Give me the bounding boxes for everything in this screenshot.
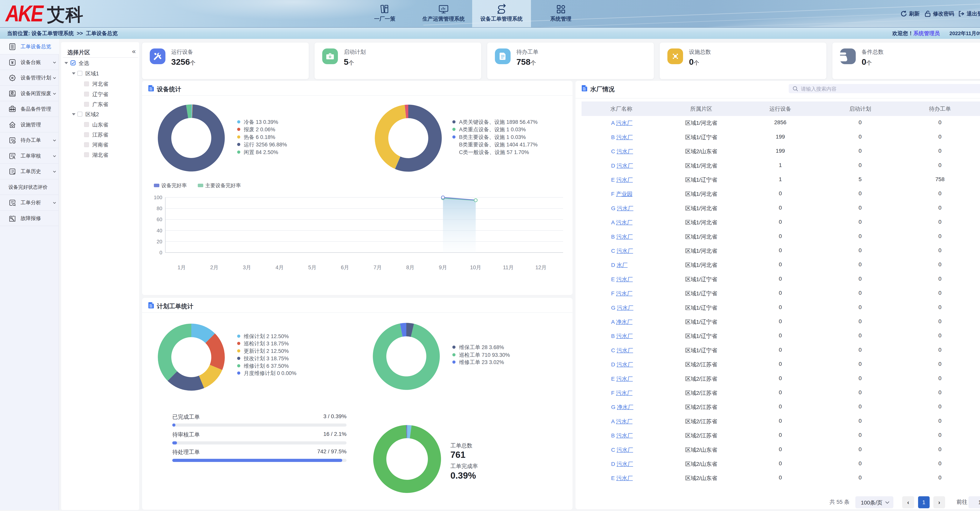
svg-text:2月: 2月 [210, 265, 218, 270]
svg-text:11月: 11月 [503, 265, 514, 270]
svg-text:80: 80 [157, 206, 162, 211]
svg-text:7月: 7月 [374, 265, 382, 270]
svg-text:100: 100 [154, 195, 162, 200]
svg-text:9月: 9月 [439, 265, 447, 270]
svg-text:3月: 3月 [243, 265, 251, 270]
svg-text:20: 20 [157, 239, 162, 244]
svg-text:0: 0 [159, 250, 162, 256]
svg-text:40: 40 [157, 228, 162, 233]
svg-text:5月: 5月 [308, 265, 317, 270]
svg-text:12月: 12月 [535, 265, 546, 270]
svg-text:1月: 1月 [178, 265, 186, 270]
svg-text:10月: 10月 [470, 265, 481, 270]
svg-text:8月: 8月 [406, 265, 414, 270]
svg-text:4月: 4月 [275, 265, 284, 270]
svg-text:6月: 6月 [341, 265, 349, 270]
svg-text:60: 60 [157, 216, 162, 222]
